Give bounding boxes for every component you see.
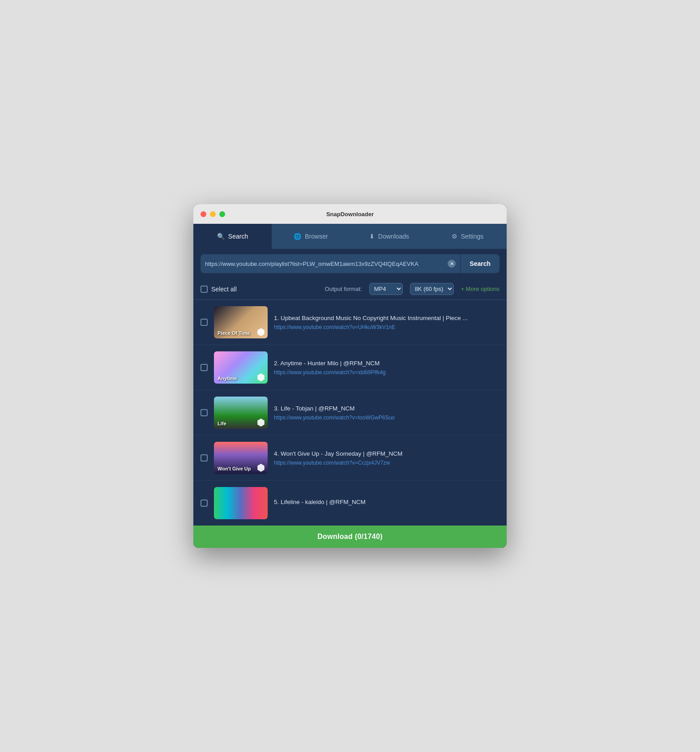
video-title-4: 4. Won't Give Up - Jay Someday | @RFM_NC… xyxy=(274,450,499,457)
close-button[interactable] xyxy=(201,211,206,217)
minimize-button[interactable] xyxy=(210,211,216,217)
video-info-2: 2. Anytime - Hunter Milo | @RFM_NCM http… xyxy=(274,360,499,376)
thumbnail-3: Life xyxy=(214,397,268,429)
more-options-button[interactable]: + More options xyxy=(461,286,499,292)
titlebar: SnapDownloader xyxy=(193,204,507,224)
video-checkbox-2[interactable] xyxy=(201,364,208,371)
thumbnail-1: Piece Of Time xyxy=(214,306,268,338)
tab-browser[interactable]: 🌐 Browser xyxy=(272,224,350,249)
settings-tab-icon: ⚙ xyxy=(452,233,457,240)
list-item: 5. Lifeline - kaleido | @RFM_NCM xyxy=(193,481,507,526)
list-item: Anytime 2. Anytime - Hunter Milo | @RFM_… xyxy=(193,345,507,390)
maximize-button[interactable] xyxy=(219,211,225,217)
tab-search-label: Search xyxy=(228,233,248,240)
thumbnail-label-4: Won't Give Up xyxy=(218,466,251,471)
select-all-container: Select all xyxy=(201,286,237,293)
video-checkbox-4[interactable] xyxy=(201,454,208,461)
video-title-1: 1. Upbeat Background Music No Copyright … xyxy=(274,315,499,321)
tab-downloads[interactable]: ⬇ Downloads xyxy=(350,224,428,249)
video-url-3[interactable]: https://www.youtube.com/watch?v=tooWGwP6… xyxy=(274,414,499,421)
window-title: SnapDownloader xyxy=(326,211,374,218)
thumbnail-5 xyxy=(214,487,268,519)
tab-downloads-label: Downloads xyxy=(378,233,409,240)
video-info-4: 4. Won't Give Up - Jay Someday | @RFM_NC… xyxy=(274,450,499,466)
list-item: Life 3. Life - Tobjan | @RFM_NCM https:/… xyxy=(193,390,507,436)
video-url-4[interactable]: https://www.youtube.com/watch?v=Cczjx4JV… xyxy=(274,460,499,466)
url-bar: ✕ Search xyxy=(193,249,507,278)
url-input-container: ✕ xyxy=(201,254,460,273)
app-window: SnapDownloader 🔍 Search 🌐 Browser ⬇ Down… xyxy=(193,204,507,548)
video-title-2: 2. Anytime - Hunter Milo | @RFM_NCM xyxy=(274,360,499,367)
select-all-label[interactable]: Select all xyxy=(211,286,237,293)
list-item: Piece Of Time 1. Upbeat Background Music… xyxy=(193,300,507,345)
list-item: Won't Give Up 4. Won't Give Up - Jay Som… xyxy=(193,436,507,481)
video-title-5: 5. Lifeline - kaleido | @RFM_NCM xyxy=(274,499,499,505)
thumbnail-label-1: Piece Of Time xyxy=(218,330,250,336)
video-checkbox-1[interactable] xyxy=(201,319,208,326)
video-info-1: 1. Upbeat Background Music No Copyright … xyxy=(274,315,499,330)
video-checkbox-3[interactable] xyxy=(201,409,208,416)
tab-settings-label: Settings xyxy=(461,233,484,240)
traffic-lights xyxy=(201,211,225,217)
url-clear-button[interactable]: ✕ xyxy=(448,260,456,268)
select-all-checkbox[interactable] xyxy=(201,286,208,293)
thumbnail-2: Anytime xyxy=(214,351,268,384)
video-checkbox-5[interactable] xyxy=(201,500,208,507)
thumbnail-bg-5 xyxy=(214,487,268,519)
video-title-3: 3. Life - Tobjan | @RFM_NCM xyxy=(274,405,499,412)
browser-tab-icon: 🌐 xyxy=(294,233,301,240)
tab-settings[interactable]: ⚙ Settings xyxy=(428,224,507,249)
tab-search[interactable]: 🔍 Search xyxy=(193,224,272,249)
quality-dropdown[interactable]: 8K (60 fps) 4K (60 fps) 1080p 720p 480p xyxy=(410,283,454,295)
thumbnail-label-3: Life xyxy=(218,421,226,426)
search-tab-icon: 🔍 xyxy=(217,233,225,240)
url-input[interactable] xyxy=(205,261,448,267)
format-dropdown[interactable]: MP4 MP3 WEBM MKV xyxy=(369,283,403,295)
video-list: Piece Of Time 1. Upbeat Background Music… xyxy=(193,300,507,526)
video-info-5: 5. Lifeline - kaleido | @RFM_NCM xyxy=(274,499,499,508)
downloads-tab-icon: ⬇ xyxy=(369,233,375,240)
output-format-label: Output format: xyxy=(325,286,362,292)
toolbar: Select all Output format: MP4 MP3 WEBM M… xyxy=(193,278,507,300)
tab-bar: 🔍 Search 🌐 Browser ⬇ Downloads ⚙ Setting… xyxy=(193,224,507,249)
thumbnail-4: Won't Give Up xyxy=(214,442,268,474)
tab-browser-label: Browser xyxy=(305,233,328,240)
video-info-3: 3. Life - Tobjan | @RFM_NCM https://www.… xyxy=(274,405,499,421)
video-url-2[interactable]: https://www.youtube.com/watch?v=xb8i9Plf… xyxy=(274,369,499,376)
download-button[interactable]: Download (0/1740) xyxy=(193,526,507,548)
video-url-1[interactable]: https://www.youtube.com/watch?v=UHkuW3kV… xyxy=(274,324,499,330)
thumbnail-label-2: Anytime xyxy=(218,376,237,381)
search-button[interactable]: Search xyxy=(460,254,499,273)
